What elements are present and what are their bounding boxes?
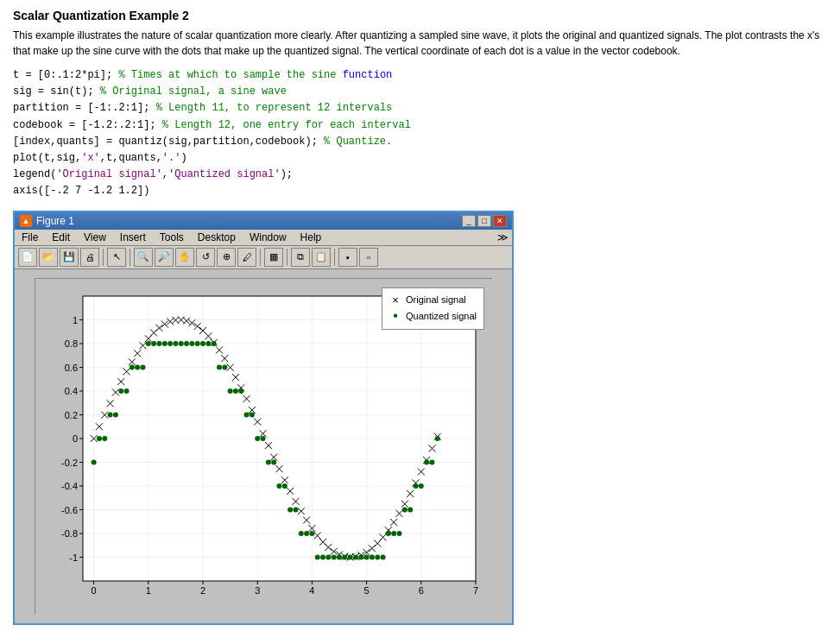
figure-menubar: File Edit View Insert Tools Desktop Wind… [15, 230, 512, 246]
legend-original-label: Original signal [406, 294, 466, 305]
close-button[interactable]: ✕ [493, 215, 507, 227]
menu-tools[interactable]: Tools [156, 230, 187, 244]
toolbar-plot1[interactable]: ▪ [338, 248, 357, 267]
menu-help[interactable]: Help [297, 230, 325, 244]
menu-edit[interactable]: Edit [48, 230, 73, 244]
legend-original-marker: × [389, 294, 401, 306]
toolbar-copy[interactable]: ⧉ [291, 248, 310, 267]
legend-quantized-label: Quantized signal [406, 311, 477, 321]
toolbar-print[interactable]: 🖨 [80, 248, 99, 267]
toolbar-arrow[interactable]: ↖ [107, 248, 126, 267]
code-block: t = [0:.1:2*pi]; % Times at which to sam… [13, 67, 821, 200]
menu-view[interactable]: View [80, 230, 110, 244]
menu-expand[interactable]: ≫ [497, 231, 509, 243]
toolbar-brush[interactable]: 🖊 [237, 248, 256, 267]
legend-box: × Original signal • Quantized signal [382, 287, 484, 330]
figure-icon: ▲ [20, 215, 32, 227]
maximize-button[interactable]: □ [477, 215, 491, 227]
menu-desktop[interactable]: Desktop [194, 230, 239, 244]
figure-toolbar: 📄 📂 💾 🖨 ↖ 🔍 🔎 ✋ ↺ ⊕ 🖊 ▦ ⧉ 📋 ▪ ▫ [15, 246, 512, 269]
toolbar-zoom-out[interactable]: 🔎 [155, 248, 174, 267]
legend-quantized: • Quantized signal [389, 308, 477, 324]
minimize-button[interactable]: _ [462, 215, 476, 227]
toolbar-rotate[interactable]: ↺ [196, 248, 215, 267]
figure-titlebar: ▲ Figure 1 _ □ ✕ [15, 212, 512, 230]
legend-quantized-marker: • [389, 308, 401, 324]
toolbar-new[interactable]: 📄 [18, 248, 37, 267]
toolbar-save[interactable]: 💾 [60, 248, 79, 267]
legend-original: × Original signal [389, 294, 477, 306]
toolbar-paste[interactable]: 📋 [312, 248, 331, 267]
figure-title: Figure 1 [36, 215, 74, 227]
menu-window[interactable]: Window [246, 230, 290, 244]
window-controls: _ □ ✕ [462, 215, 507, 227]
toolbar-open[interactable]: 📂 [39, 248, 58, 267]
plot-area: × Original signal • Quantized signal [35, 278, 492, 615]
page-description: This example illustrates the nature of s… [13, 28, 821, 59]
menu-file[interactable]: File [18, 230, 41, 244]
toolbar-datacursor[interactable]: ⊕ [217, 248, 236, 267]
menu-insert[interactable]: Insert [117, 230, 149, 244]
toolbar-zoom-in[interactable]: 🔍 [134, 248, 153, 267]
page-title: Scalar Quantization Example 2 [13, 9, 821, 22]
figure-content: × Original signal • Quantized signal [15, 269, 512, 623]
toolbar-colorbar[interactable]: ▦ [264, 248, 283, 267]
toolbar-pan[interactable]: ✋ [175, 248, 194, 267]
toolbar-plot2[interactable]: ▫ [359, 248, 378, 267]
figure-window: ▲ Figure 1 _ □ ✕ File Edit View Insert T… [13, 211, 514, 625]
